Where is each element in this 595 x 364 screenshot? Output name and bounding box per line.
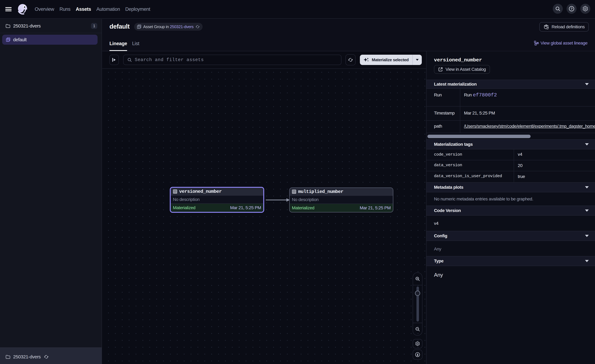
svg-text:?: ? [571,7,573,11]
